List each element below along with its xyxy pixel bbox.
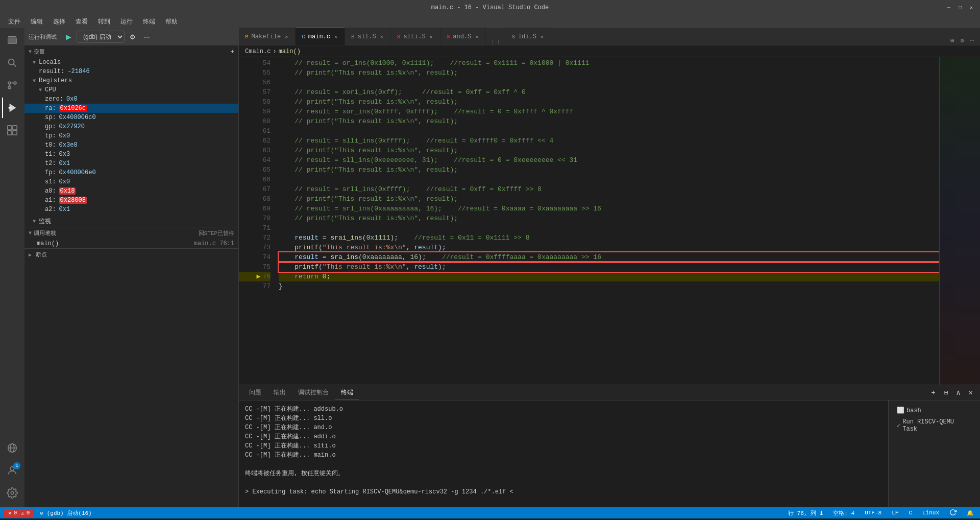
status-sync-icon[interactable]	[947, 509, 959, 517]
tab-slls-close[interactable]: ✕	[379, 33, 384, 41]
terminal-split-btn[interactable]: ⊟	[941, 387, 951, 398]
status-os[interactable]: Linux	[920, 510, 941, 516]
breadcrumb-file-label[interactable]: main.c	[249, 48, 271, 55]
activity-account[interactable]	[2, 460, 22, 481]
tab-slls[interactable]: S sll.S ✕	[345, 28, 391, 45]
status-errors[interactable]: ✕ 0 ⚠ 0	[4, 509, 34, 517]
reg-gp[interactable]: gp: 0x27920	[24, 122, 238, 131]
watch-section[interactable]: ▼ 监视	[24, 216, 238, 227]
activity-search[interactable]	[2, 53, 22, 73]
reg-t1[interactable]: t1: 0x3	[24, 150, 238, 159]
window-controls[interactable]: ─ □ ✕	[945, 4, 975, 11]
reg-s1[interactable]: s1: 0x0	[24, 177, 238, 186]
tab-makefile[interactable]: M Makefile ✕	[239, 28, 296, 45]
reg-ra[interactable]: ra: 0x1026c	[24, 104, 238, 113]
line-67: 67	[239, 184, 271, 194]
tab-sltis[interactable]: S slti.S ✕	[391, 28, 440, 45]
terminal-task-item[interactable]: ✓ Run RISCV-QEMU Task	[893, 416, 976, 435]
debug-settings-button[interactable]: ⚙	[127, 31, 139, 43]
terminal-tab-problems[interactable]: 问题	[243, 386, 267, 399]
activity-debug[interactable]	[2, 98, 22, 118]
cpu-section[interactable]: ▼ CPU	[24, 85, 238, 94]
reg-fp[interactable]: fp: 0x408006e0	[24, 168, 238, 177]
activity-git[interactable]	[2, 75, 22, 96]
terminal-tab-output[interactable]: 输出	[267, 386, 292, 399]
activity-explorer[interactable]	[2, 30, 22, 51]
menu-terminal[interactable]: 终端	[139, 16, 159, 27]
status-debug-session[interactable]: ⊙ (gdb) 启动(16)	[38, 509, 93, 517]
status-language[interactable]: C	[906, 510, 914, 516]
tab-more-icon[interactable]: ⋯	[968, 36, 976, 45]
activity-remote[interactable]	[2, 438, 22, 458]
locals-section[interactable]: ▼ Locals	[24, 58, 238, 67]
reg-a1[interactable]: a1: 0x28008	[24, 196, 238, 205]
breakpoints-header[interactable]: ▶ 断点	[24, 249, 238, 261]
reg-t2[interactable]: t2: 0x1	[24, 159, 238, 168]
debug-more-button[interactable]: ···	[141, 31, 153, 43]
terminal-tab-terminal[interactable]: 终端	[335, 386, 359, 399]
terminal-close-btn[interactable]: ✕	[966, 387, 976, 398]
minimize-button[interactable]: ─	[945, 4, 952, 11]
activity-settings[interactable]	[2, 483, 22, 503]
variables-label: 变量	[34, 48, 45, 56]
status-bell-icon[interactable]: 🔔	[965, 510, 976, 516]
tab-ldis[interactable]: S ldi.S ✕	[505, 28, 551, 45]
menu-run[interactable]: 运行	[116, 16, 137, 27]
reg-tp[interactable]: tp: 0x0	[24, 131, 238, 140]
tab-ldis-close[interactable]: ✕	[540, 33, 545, 41]
add-variable-icon[interactable]: +	[231, 49, 234, 56]
terminal-output[interactable]: CC -[M] 正在构建... addsub.o CC -[M] 正在构建...…	[239, 400, 888, 507]
terminal-max-btn[interactable]: ∧	[953, 387, 963, 398]
menu-view[interactable]: 查看	[71, 16, 92, 27]
status-right: 行 76, 列 1 空格: 4 UTF-8 LF C Linux 🔔	[786, 509, 976, 517]
menu-select[interactable]: 选择	[49, 16, 69, 27]
menu-go[interactable]: 转到	[94, 16, 114, 27]
code-content[interactable]: // result = or_ins(0x1000, 0x1111); //re…	[275, 57, 939, 385]
tab-ands[interactable]: S and.S ✕	[440, 28, 486, 45]
tab-mainc-close[interactable]: ✕	[333, 33, 338, 41]
tab-sltis-close[interactable]: ✕	[429, 33, 434, 41]
terminal-tab-debug[interactable]: 调试控制台	[292, 386, 335, 399]
tab-settings-icon[interactable]: ⚙	[959, 36, 966, 45]
call-stack-main-line: 76:1	[219, 240, 234, 247]
call-stack-header[interactable]: ▼ 调用堆栈 回STEP已暂停	[24, 227, 238, 239]
code-line-71	[279, 223, 939, 233]
code-line-57: // result = xori_ins(0xff); //result = 0…	[279, 87, 939, 97]
status-line-col[interactable]: 行 76, 列 1	[786, 509, 825, 517]
call-stack-main-file: main.c	[194, 240, 216, 247]
tab-makefile-close[interactable]: ✕	[284, 33, 289, 41]
terminal-add-btn[interactable]: +	[928, 388, 938, 398]
line-54: 54	[239, 58, 271, 68]
registers-section[interactable]: ▼ Registers	[24, 76, 238, 85]
breadcrumb-symbol[interactable]: main()	[279, 48, 301, 55]
line-71: 71	[239, 223, 271, 233]
status-line-ending[interactable]: LF	[890, 510, 900, 516]
split-editor-icon[interactable]: ⊞	[948, 36, 956, 45]
terminal-bash-item[interactable]: ⬜ bash	[893, 405, 976, 416]
menu-edit[interactable]: 编辑	[27, 16, 47, 27]
current-line-arrow: ▶	[257, 272, 261, 281]
close-button[interactable]: ✕	[968, 4, 975, 11]
status-encoding[interactable]: UTF-8	[863, 510, 884, 516]
status-spaces[interactable]: 空格: 4	[831, 509, 856, 517]
reg-sp[interactable]: sp: 0x408006c0	[24, 113, 238, 122]
locals-chevron: ▼	[33, 60, 36, 65]
reg-zero[interactable]: zero: 0x0	[24, 94, 238, 104]
variables-header[interactable]: ▼ 变量 +	[24, 46, 238, 58]
svg-point-4	[8, 82, 11, 84]
tab-ands-close[interactable]: ✕	[474, 33, 479, 41]
reg-a2[interactable]: a2: 0x1	[24, 205, 238, 214]
tab-mainc[interactable]: C main.c ✕	[296, 28, 345, 45]
activity-extensions[interactable]	[2, 120, 22, 140]
call-stack-item-main[interactable]: main() main.c 76:1	[24, 239, 238, 248]
local-result[interactable]: result: -21846	[24, 67, 238, 76]
menu-file[interactable]: 文件	[4, 16, 24, 27]
maximize-button[interactable]: □	[957, 4, 964, 11]
terminal-tabs: 问题 输出 调试控制台 终端 + ⊟ ∧ ✕	[239, 385, 980, 400]
debug-config-select[interactable]: (gdb) 启动	[77, 31, 125, 43]
reg-a0[interactable]: a0: 0x18	[24, 186, 238, 196]
code-line-77: }	[279, 281, 939, 291]
debug-start-button[interactable]: ▶	[63, 31, 75, 43]
menu-help[interactable]: 帮助	[161, 16, 182, 27]
reg-t0[interactable]: t0: 0x3e8	[24, 140, 238, 150]
